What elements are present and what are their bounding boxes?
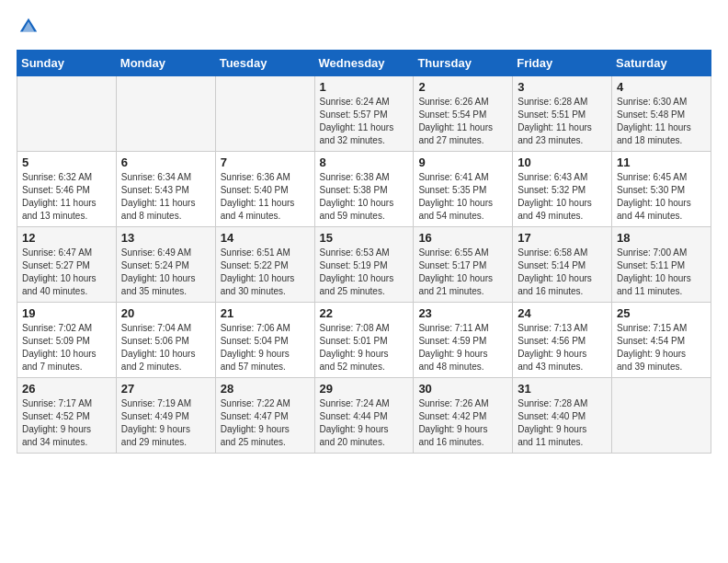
- day-info: Sunrise: 6:47 AM Sunset: 5:27 PM Dayligh…: [22, 247, 111, 298]
- day-info: Sunrise: 6:53 AM Sunset: 5:19 PM Dayligh…: [320, 247, 409, 298]
- day-number: 4: [617, 80, 706, 94]
- calendar-cell: [612, 378, 711, 454]
- calendar-cell: 16Sunrise: 6:55 AM Sunset: 5:17 PM Dayli…: [414, 227, 513, 303]
- day-number: 27: [121, 382, 210, 396]
- day-info: Sunrise: 6:30 AM Sunset: 5:48 PM Dayligh…: [617, 96, 706, 147]
- day-number: 19: [22, 306, 111, 320]
- day-number: 25: [617, 306, 706, 320]
- day-number: 7: [221, 155, 310, 169]
- calendar-cell: 24Sunrise: 7:13 AM Sunset: 4:56 PM Dayli…: [513, 303, 612, 378]
- calendar-cell: 8Sunrise: 6:38 AM Sunset: 5:38 PM Daylig…: [314, 152, 414, 227]
- calendar-week-row: 19Sunrise: 7:02 AM Sunset: 5:09 PM Dayli…: [17, 303, 711, 378]
- day-info: Sunrise: 6:36 AM Sunset: 5:40 PM Dayligh…: [221, 171, 310, 223]
- weekday-header-saturday: Saturday: [612, 51, 711, 76]
- calendar-week-row: 1Sunrise: 6:24 AM Sunset: 5:57 PM Daylig…: [17, 76, 711, 152]
- day-number: 31: [518, 382, 607, 396]
- calendar-cell: 25Sunrise: 7:15 AM Sunset: 4:54 PM Dayli…: [612, 303, 711, 378]
- calendar-cell: 31Sunrise: 7:28 AM Sunset: 4:40 PM Dayli…: [513, 378, 612, 454]
- day-number: 15: [320, 231, 409, 245]
- logo: [17, 17, 39, 40]
- calendar-cell: 1Sunrise: 6:24 AM Sunset: 5:57 PM Daylig…: [314, 76, 414, 152]
- calendar-week-row: 26Sunrise: 7:17 AM Sunset: 4:52 PM Dayli…: [17, 378, 711, 454]
- day-info: Sunrise: 6:45 AM Sunset: 5:30 PM Dayligh…: [617, 171, 706, 223]
- calendar: SundayMondayTuesdayWednesdayThursdayFrid…: [17, 50, 711, 454]
- page: SundayMondayTuesdayWednesdayThursdayFrid…: [0, 0, 728, 463]
- day-info: Sunrise: 6:32 AM Sunset: 5:46 PM Dayligh…: [22, 171, 111, 223]
- day-info: Sunrise: 6:28 AM Sunset: 5:51 PM Dayligh…: [518, 96, 607, 147]
- calendar-cell: 20Sunrise: 7:04 AM Sunset: 5:06 PM Dayli…: [116, 303, 215, 378]
- day-number: 1: [320, 80, 409, 94]
- calendar-cell: 5Sunrise: 6:32 AM Sunset: 5:46 PM Daylig…: [17, 152, 117, 227]
- calendar-cell: 28Sunrise: 7:22 AM Sunset: 4:47 PM Dayli…: [215, 378, 314, 454]
- calendar-cell: 2Sunrise: 6:26 AM Sunset: 5:54 PM Daylig…: [414, 76, 513, 152]
- calendar-cell: 22Sunrise: 7:08 AM Sunset: 5:01 PM Dayli…: [314, 303, 414, 378]
- day-number: 22: [320, 306, 409, 320]
- day-info: Sunrise: 7:24 AM Sunset: 4:44 PM Dayligh…: [320, 397, 409, 449]
- calendar-cell: [215, 76, 314, 152]
- day-number: 3: [518, 80, 607, 94]
- calendar-cell: 12Sunrise: 6:47 AM Sunset: 5:27 PM Dayli…: [17, 227, 117, 303]
- day-info: Sunrise: 7:08 AM Sunset: 5:01 PM Dayligh…: [320, 322, 409, 373]
- day-info: Sunrise: 7:26 AM Sunset: 4:42 PM Dayligh…: [418, 397, 507, 449]
- day-info: Sunrise: 7:22 AM Sunset: 4:47 PM Dayligh…: [221, 397, 310, 449]
- calendar-cell: 26Sunrise: 7:17 AM Sunset: 4:52 PM Dayli…: [17, 378, 117, 454]
- day-number: 13: [121, 231, 210, 245]
- day-info: Sunrise: 7:00 AM Sunset: 5:11 PM Dayligh…: [617, 247, 706, 298]
- day-number: 6: [121, 155, 210, 169]
- day-info: Sunrise: 6:58 AM Sunset: 5:14 PM Dayligh…: [518, 247, 607, 298]
- calendar-week-row: 12Sunrise: 6:47 AM Sunset: 5:27 PM Dayli…: [17, 227, 711, 303]
- day-number: 8: [320, 155, 409, 169]
- day-number: 9: [418, 155, 507, 169]
- day-number: 29: [320, 382, 409, 396]
- calendar-cell: 10Sunrise: 6:43 AM Sunset: 5:32 PM Dayli…: [513, 152, 612, 227]
- day-info: Sunrise: 6:51 AM Sunset: 5:22 PM Dayligh…: [221, 247, 310, 298]
- calendar-cell: 3Sunrise: 6:28 AM Sunset: 5:51 PM Daylig…: [513, 76, 612, 152]
- day-info: Sunrise: 6:26 AM Sunset: 5:54 PM Dayligh…: [418, 96, 507, 147]
- day-number: 5: [22, 155, 111, 169]
- calendar-cell: 23Sunrise: 7:11 AM Sunset: 4:59 PM Dayli…: [414, 303, 513, 378]
- day-info: Sunrise: 7:19 AM Sunset: 4:49 PM Dayligh…: [121, 397, 210, 449]
- calendar-week-row: 5Sunrise: 6:32 AM Sunset: 5:46 PM Daylig…: [17, 152, 711, 227]
- weekday-header-friday: Friday: [513, 51, 612, 76]
- day-info: Sunrise: 7:11 AM Sunset: 4:59 PM Dayligh…: [418, 322, 507, 373]
- day-number: 16: [418, 231, 507, 245]
- day-number: 26: [22, 382, 111, 396]
- calendar-cell: 30Sunrise: 7:26 AM Sunset: 4:42 PM Dayli…: [414, 378, 513, 454]
- day-info: Sunrise: 6:55 AM Sunset: 5:17 PM Dayligh…: [418, 247, 507, 298]
- calendar-cell: 13Sunrise: 6:49 AM Sunset: 5:24 PM Dayli…: [116, 227, 215, 303]
- day-number: 2: [418, 80, 507, 94]
- weekday-header-sunday: Sunday: [17, 51, 117, 76]
- calendar-cell: [116, 76, 215, 152]
- day-number: 23: [418, 306, 507, 320]
- calendar-cell: 6Sunrise: 6:34 AM Sunset: 5:43 PM Daylig…: [116, 152, 215, 227]
- day-info: Sunrise: 6:43 AM Sunset: 5:32 PM Dayligh…: [518, 171, 607, 223]
- calendar-cell: 15Sunrise: 6:53 AM Sunset: 5:19 PM Dayli…: [314, 227, 414, 303]
- day-number: 10: [518, 155, 607, 169]
- day-info: Sunrise: 6:34 AM Sunset: 5:43 PM Dayligh…: [121, 171, 210, 223]
- calendar-cell: 9Sunrise: 6:41 AM Sunset: 5:35 PM Daylig…: [414, 152, 513, 227]
- calendar-cell: [17, 76, 117, 152]
- day-number: 28: [221, 382, 310, 396]
- day-number: 21: [221, 306, 310, 320]
- calendar-cell: 29Sunrise: 7:24 AM Sunset: 4:44 PM Dayli…: [314, 378, 414, 454]
- day-info: Sunrise: 6:41 AM Sunset: 5:35 PM Dayligh…: [418, 171, 507, 223]
- calendar-cell: 17Sunrise: 6:58 AM Sunset: 5:14 PM Dayli…: [513, 227, 612, 303]
- day-info: Sunrise: 6:38 AM Sunset: 5:38 PM Dayligh…: [320, 171, 409, 223]
- calendar-cell: 14Sunrise: 6:51 AM Sunset: 5:22 PM Dayli…: [215, 227, 314, 303]
- day-info: Sunrise: 7:15 AM Sunset: 4:54 PM Dayligh…: [617, 322, 706, 373]
- weekday-header-thursday: Thursday: [414, 51, 513, 76]
- day-info: Sunrise: 7:28 AM Sunset: 4:40 PM Dayligh…: [518, 397, 607, 449]
- calendar-cell: 27Sunrise: 7:19 AM Sunset: 4:49 PM Dayli…: [116, 378, 215, 454]
- day-number: 14: [221, 231, 310, 245]
- day-info: Sunrise: 7:17 AM Sunset: 4:52 PM Dayligh…: [22, 397, 111, 449]
- calendar-cell: 4Sunrise: 6:30 AM Sunset: 5:48 PM Daylig…: [612, 76, 711, 152]
- calendar-cell: 11Sunrise: 6:45 AM Sunset: 5:30 PM Dayli…: [612, 152, 711, 227]
- day-info: Sunrise: 6:24 AM Sunset: 5:57 PM Dayligh…: [320, 96, 409, 147]
- day-number: 30: [418, 382, 507, 396]
- day-info: Sunrise: 7:06 AM Sunset: 5:04 PM Dayligh…: [221, 322, 310, 373]
- calendar-cell: 21Sunrise: 7:06 AM Sunset: 5:04 PM Dayli…: [215, 303, 314, 378]
- day-info: Sunrise: 7:13 AM Sunset: 4:56 PM Dayligh…: [518, 322, 607, 373]
- day-number: 11: [617, 155, 706, 169]
- weekday-header-wednesday: Wednesday: [314, 51, 414, 76]
- weekday-header-tuesday: Tuesday: [215, 51, 314, 76]
